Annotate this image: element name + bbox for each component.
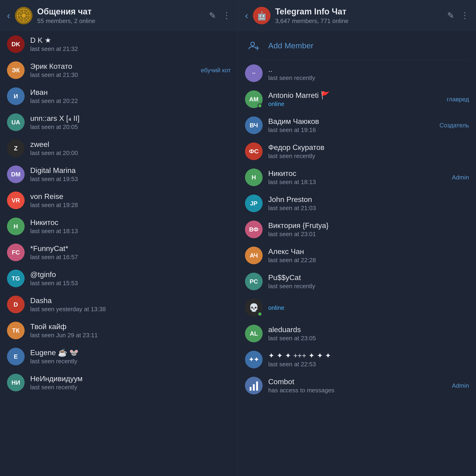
member-row[interactable]: ИИванlast seen at 20:22 xyxy=(0,83,238,109)
member-row[interactable]: ✦✦✦ ✦ ✦ +++ ✦ ✦ ✦last seen at 22:53 xyxy=(238,347,476,373)
member-avatar: JP xyxy=(245,195,263,212)
member-avatar: ФС xyxy=(245,142,263,160)
member-row[interactable]: UAunn::ars X [₄ II]last seen at 20:05 xyxy=(0,109,238,135)
member-row[interactable]: PCPu$$yCatlast seen recently xyxy=(238,269,476,294)
member-status: last seen at 18:13 xyxy=(268,178,446,186)
member-status: last seen recently xyxy=(268,153,469,160)
member-avatar: D xyxy=(7,296,25,313)
member-row[interactable]: ТКТвой кайфlast seen Jun 29 at 23:11 xyxy=(0,318,238,343)
member-avatar: Н xyxy=(7,218,25,235)
left-header-icons: ✎ ⋮ xyxy=(209,11,231,20)
member-row[interactable]: Zzweellast seen at 20:00 xyxy=(0,135,238,161)
member-name: Combot xyxy=(268,377,446,386)
member-avatar: PC xyxy=(245,273,263,290)
member-badge: главред xyxy=(447,96,469,103)
member-status: last seen at 18:13 xyxy=(30,228,231,235)
member-name: Вадим Чаюков xyxy=(268,117,434,126)
member-name: ✦ ✦ ✦ +++ ✦ ✦ ✦ xyxy=(268,351,469,360)
member-row[interactable]: ВФВиктория {Frutya}last seen at 23:01 xyxy=(238,216,476,242)
right-header: ‹ 🤖 Telegram Info Чат 3,647 members, 771… xyxy=(238,0,476,31)
member-row[interactable]: AMAntonio Marreti 🚩onlineглавред xyxy=(238,86,476,112)
member-name: John Preston xyxy=(268,195,469,204)
member-info: online xyxy=(268,304,469,311)
member-info: Иванlast seen at 20:22 xyxy=(30,88,231,105)
add-member-row[interactable]: Add Member xyxy=(238,31,476,60)
member-info: ✦ ✦ ✦ +++ ✦ ✦ ✦last seen at 22:53 xyxy=(268,351,469,368)
member-status: last seen at 23:01 xyxy=(268,231,469,238)
member-info: Эрик Котатоlast seen at 21:30 xyxy=(30,62,195,79)
member-name: D K ★ xyxy=(30,36,231,45)
member-row[interactable]: VRvon Reiselast seen at 19:28 xyxy=(0,187,238,213)
right-edit-icon[interactable]: ✎ xyxy=(447,11,454,20)
member-row[interactable]: НИНеИндивидуумlast seen recently xyxy=(0,370,238,396)
member-row[interactable]: FC*FunnyCat*last seen at 16:57 xyxy=(0,239,238,265)
member-status: last seen at 20:22 xyxy=(30,97,231,105)
member-status: last seen at 20:05 xyxy=(30,123,231,131)
left-edit-icon[interactable]: ✎ xyxy=(209,11,216,20)
online-indicator xyxy=(257,103,262,108)
right-member-list: ··..last seen recentlyAMAntonio Marreti … xyxy=(238,60,476,476)
member-name: aleduards xyxy=(268,325,469,334)
member-status: last seen at 21:03 xyxy=(268,204,469,212)
member-row[interactable]: ALaleduardslast seen at 23:05 xyxy=(238,321,476,347)
member-badge: Admin xyxy=(452,382,469,389)
member-row[interactable]: TG@tginfolast seen at 15:53 xyxy=(0,265,238,291)
member-row[interactable]: EEugene ☕ 🐭last seen recently xyxy=(0,343,238,370)
online-indicator xyxy=(257,312,262,316)
member-row[interactable]: ННикитосlast seen at 18:13Admin xyxy=(238,164,476,190)
left-more-icon[interactable]: ⋮ xyxy=(222,11,231,20)
member-status: last seen at 22:53 xyxy=(268,361,469,368)
member-row[interactable]: ФСФедор Скуратовlast seen recently xyxy=(238,138,476,164)
svg-rect-18 xyxy=(256,381,258,391)
member-info: ..last seen recently xyxy=(268,65,469,82)
member-name: *FunnyCat* xyxy=(30,244,231,253)
member-name: Antonio Marreti 🚩 xyxy=(268,91,441,100)
left-back-button[interactable]: ‹ xyxy=(7,10,10,21)
member-info: von Reiselast seen at 19:28 xyxy=(30,192,231,209)
member-row[interactable]: DDashalast seen yesterday at 13:38 xyxy=(0,291,238,318)
member-avatar: ВФ xyxy=(245,221,263,238)
member-status: last seen at 23:05 xyxy=(268,335,469,342)
left-group-info: Общения чат 55 members, 2 online xyxy=(37,6,204,25)
member-row[interactable]: Combothas access to messagesAdmin xyxy=(238,373,476,399)
right-back-button[interactable]: ‹ xyxy=(245,10,248,21)
member-name: Федор Скуратов xyxy=(268,143,469,152)
member-avatar: ЭК xyxy=(7,61,25,79)
member-status: last seen at 20:00 xyxy=(30,150,231,157)
member-info: Никитосlast seen at 18:13 xyxy=(30,218,231,235)
member-name: Никитос xyxy=(268,169,446,178)
member-info: Твой кайфlast seen Jun 29 at 23:11 xyxy=(30,322,231,339)
member-row[interactable]: ВЧВадим Чаюковlast seen at 19:16Создател… xyxy=(238,112,476,138)
member-status: last seen yesterday at 13:38 xyxy=(30,306,231,313)
member-avatar: Н xyxy=(245,169,263,186)
member-info: @tginfolast seen at 15:53 xyxy=(30,270,231,287)
member-row[interactable]: DKD K ★last seen at 21:32 xyxy=(0,31,238,57)
member-avatar: Z xyxy=(7,139,25,157)
member-status: last seen at 19:53 xyxy=(30,175,231,183)
member-avatar: АЧ xyxy=(245,247,263,264)
member-row[interactable]: DMDigital Marinalast seen at 19:53 xyxy=(0,161,238,187)
member-row[interactable]: JPJohn Prestonlast seen at 21:03 xyxy=(238,190,476,216)
member-info: Pu$$yCatlast seen recently xyxy=(268,273,469,290)
member-row[interactable]: АЧАлекс Чанlast seen at 22:28 xyxy=(238,242,476,269)
member-status: last seen at 19:28 xyxy=(30,202,231,209)
member-info: Combothas access to messages xyxy=(268,377,446,394)
member-info: Digital Marinalast seen at 19:53 xyxy=(30,166,231,183)
member-row[interactable]: 💀online xyxy=(238,294,476,321)
member-avatar: ·· xyxy=(245,64,263,82)
right-group-subtitle: 3,647 members, 771 online xyxy=(275,17,442,25)
member-row[interactable]: ЭКЭрик Котатоlast seen at 21:30ебучий ко… xyxy=(0,57,238,83)
member-info: Antonio Marreti 🚩online xyxy=(268,91,441,108)
member-name: Твой кайф xyxy=(30,322,231,331)
member-row[interactable]: ··..last seen recently xyxy=(238,60,476,86)
member-name: zweel xyxy=(30,140,231,149)
member-info: Вадим Чаюковlast seen at 19:16 xyxy=(268,117,434,134)
right-header-icons: ✎ ⋮ xyxy=(447,11,469,20)
member-info: Eugene ☕ 🐭last seen recently xyxy=(30,348,231,365)
left-group-avatar xyxy=(15,7,33,24)
member-badge: Создатель xyxy=(440,122,469,129)
member-row[interactable]: ННикитосlast seen at 18:13 xyxy=(0,213,238,239)
right-more-icon[interactable]: ⋮ xyxy=(461,11,469,20)
member-name: .. xyxy=(268,65,469,74)
member-info: unn::ars X [₄ II]last seen at 20:05 xyxy=(30,114,231,131)
